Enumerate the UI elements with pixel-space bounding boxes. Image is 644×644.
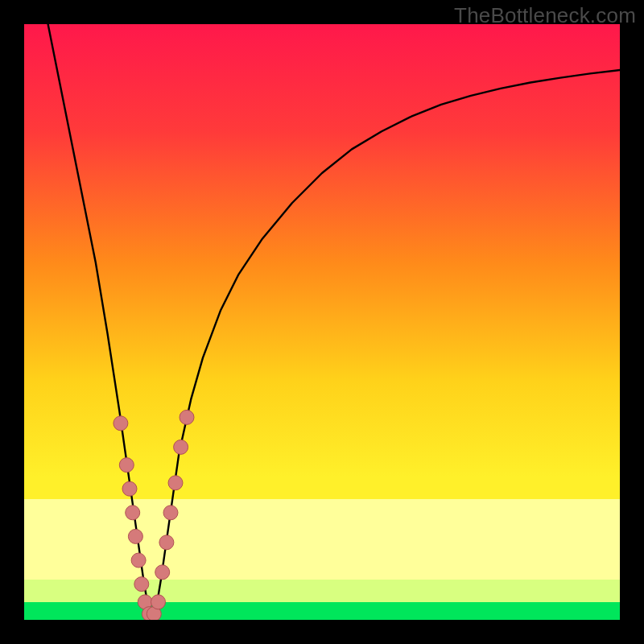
chart-frame: TheBottleneck.com: [0, 0, 644, 644]
curve-marker: [151, 595, 166, 609]
pale-band: [24, 499, 620, 580]
curve-marker: [119, 458, 134, 473]
curve-marker: [131, 553, 146, 568]
yellow-green-band: [24, 580, 620, 602]
curve-marker: [163, 506, 178, 520]
bottleneck-chart: [24, 24, 620, 620]
curve-marker: [174, 440, 188, 454]
curve-marker: [114, 416, 128, 431]
curve-marker: [159, 535, 174, 550]
curve-marker: [155, 565, 170, 580]
curve-marker: [168, 476, 183, 490]
curve-marker: [134, 577, 149, 592]
curve-marker: [180, 410, 194, 424]
curve-marker: [126, 506, 140, 520]
curve-marker: [122, 481, 137, 496]
green-baseline: [24, 602, 620, 620]
curve-marker: [128, 529, 142, 543]
plot-area: [24, 24, 620, 620]
